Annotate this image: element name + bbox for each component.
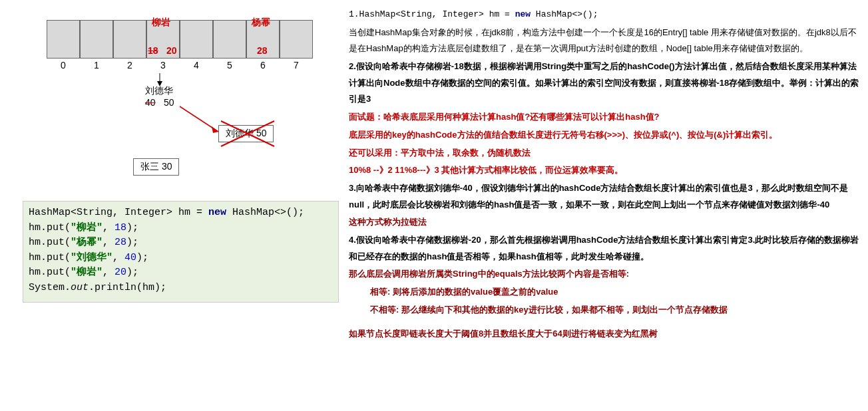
code-l5b: , [103, 267, 114, 278]
axis-5: 5 [213, 60, 246, 70]
array-cell-4 [180, 20, 213, 59]
array-row [47, 20, 326, 59]
array-cell-5 [213, 20, 246, 59]
code-l3n: 28 [114, 237, 126, 248]
svg-line-2 [180, 106, 218, 132]
r-p9: 这种方式称为拉链法 [349, 214, 865, 231]
code-l2n: 18 [114, 222, 126, 233]
node-liudehua-old: 40 [145, 97, 156, 108]
cell6-name: 杨幂 [252, 17, 270, 29]
code-l2b: , [103, 222, 114, 233]
node-liudehua-name: 刘德华 [145, 85, 173, 97]
code-l1c: HashMap<>(); [226, 207, 304, 218]
r-p1: 1.HashMap<String, Integer> hm = new Hash… [349, 7, 865, 23]
cell3-name: 柳岩 [152, 17, 170, 29]
cell6-value: 28 [257, 45, 268, 56]
code-l5c: ); [126, 267, 138, 278]
r-p1b: new [515, 9, 531, 19]
code-l5n: 20 [114, 267, 126, 278]
code-l3c: ); [126, 237, 138, 248]
code-l3b: , [103, 237, 114, 248]
hashmap-diagram: 0 1 2 3 4 5 6 7 柳岩 18 20 杨幂 28 刘德华 40 50… [47, 20, 326, 70]
r-p11: 那么底层会调用柳岩所属类String中的equals方法比较两个内容是否相等: [349, 266, 865, 283]
right-panel: 1.HashMap<String, Integer> hm = new Hash… [349, 7, 865, 344]
axis-3: 3 [146, 60, 180, 70]
r-p10: 4.假设向哈希表中存储数据柳岩-20，那么首先根据柳岩调用hashCode方法结… [349, 232, 865, 265]
axis-2: 2 [113, 60, 146, 70]
code-l2c: ); [126, 222, 138, 233]
code-l5a: hm.put( [29, 267, 71, 278]
cell3-new-value: 20 [166, 45, 177, 56]
array-cell-1 [80, 20, 113, 59]
r-p2: 当创建HashMap集合对象的时候，在jdk8前，构造方法中创建一个一个长度是1… [349, 25, 865, 57]
r-p1a: 1.HashMap<String, Integer> hm = [349, 9, 515, 19]
r-p14: 如果节点长度即链表长度大于阈值8并且数组长度大于64则进行将链表变为红黑树 [349, 326, 865, 342]
code-l4s: "刘德华" [71, 252, 112, 263]
array-cell-0 [47, 20, 80, 59]
code-l6a: System. [29, 282, 71, 293]
axis-0: 0 [47, 60, 80, 70]
code-l4b: , [112, 252, 124, 263]
code-l4a: hm.put( [29, 252, 71, 263]
r-p12: 相等: 则将后添加的数据的value覆盖之前的value [349, 284, 865, 301]
code-l2a: hm.put( [29, 222, 71, 233]
r-p5: 底层采用的key的hashCode方法的值结合数组长度进行无符号右移(>>>)、… [349, 127, 865, 144]
r-p3: 2.假设向哈希表中存储柳岩-18数据，根据柳岩调用String类中重写之后的ha… [349, 59, 865, 108]
code-l3s: "杨幂" [71, 237, 103, 248]
svg-marker-3 [212, 126, 218, 133]
r-p7: 10%8 --》2 11%8---》3 其他计算方式相率比较低，而位运算效率要高… [349, 162, 865, 179]
r-p6: 还可以采用：平方取中法，取余数，伪随机数法 [349, 145, 865, 162]
array-cell-2 [113, 20, 146, 59]
code-block: HashMap<String, Integer> hm = new HashMa… [23, 201, 339, 303]
axis-row: 0 1 2 3 4 5 6 7 [47, 60, 326, 70]
r-p4: 面试题：哈希表底层采用何种算法计算hash值?还有哪些算法可以计算出hash值? [349, 109, 865, 126]
code-l1-new: new [208, 207, 226, 218]
code-l2s: "柳岩" [71, 222, 103, 233]
axis-1: 1 [80, 60, 113, 70]
r-p1c: HashMap<>(); [531, 9, 598, 19]
axis-7: 7 [280, 60, 313, 70]
r-p13: 不相等: 那么继续向下和其他的数据的key进行比较，如果都不相等，则划出一个节点… [349, 302, 865, 319]
code-l6c: .println(hm); [89, 282, 166, 293]
code-l3a: hm.put( [29, 237, 71, 248]
box-zhangsan: 张三 30 [133, 158, 179, 176]
array-cell-7 [280, 20, 313, 59]
node-liudehua-new: 50 [164, 97, 174, 108]
code-l6b: out [71, 282, 89, 293]
code-l4c: ); [136, 252, 148, 263]
code-l1a: HashMap<String, Integer> hm = [29, 207, 208, 218]
code-l5s: "柳岩" [71, 267, 103, 278]
cell3-old-value: 18 [148, 45, 158, 56]
box-liudehua: 刘德华 50 [218, 125, 274, 142]
code-l4n: 40 [124, 252, 136, 263]
axis-6: 6 [246, 60, 280, 70]
axis-4: 4 [180, 60, 213, 70]
r-p8: 3.向哈希表中存储数据刘德华-40，假设刘德华计算出的hashCode方法结合数… [349, 180, 865, 213]
